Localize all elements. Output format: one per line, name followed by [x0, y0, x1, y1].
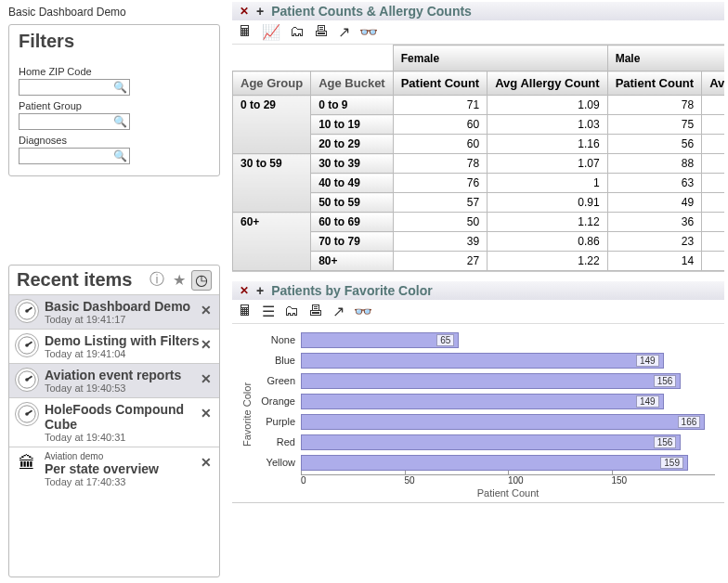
- print-icon[interactable]: 🖶: [314, 23, 329, 41]
- bar-value: 156: [654, 375, 677, 387]
- hierarchy-icon[interactable]: 🗂: [290, 23, 305, 41]
- close-icon[interactable]: ✕: [201, 337, 212, 352]
- cell: [702, 96, 724, 115]
- close-icon[interactable]: ✕: [201, 371, 212, 386]
- chart-xlabel: Patient Count: [301, 487, 715, 499]
- filters-header: Filters: [9, 25, 219, 56]
- add-icon[interactable]: +: [253, 4, 267, 19]
- cell: 1.22: [488, 252, 607, 271]
- table-row: 0 to 290 to 9711.0978: [233, 96, 725, 115]
- close-icon[interactable]: ✕: [236, 5, 253, 18]
- search-icon[interactable]: 🔍: [113, 149, 127, 162]
- bar-category: Orange: [256, 395, 301, 407]
- row-bucket: 20 to 29: [311, 135, 394, 154]
- recent-time: Today at 19:40:31: [45, 432, 214, 443]
- info-icon[interactable]: ⓘ: [147, 270, 167, 291]
- recent-item[interactable]: Basic Dashboard DemoToday at 19:41:17✕: [9, 294, 219, 329]
- close-icon[interactable]: ✕: [201, 455, 212, 470]
- recent-label: Demo Listing with Filters: [45, 333, 214, 348]
- cell: [702, 174, 724, 193]
- bar-category: Red: [256, 436, 301, 447]
- cell: 63: [607, 174, 702, 193]
- export-icon[interactable]: ↗: [332, 303, 344, 320]
- cell: 78: [393, 154, 488, 174]
- bar[interactable]: 159: [301, 455, 688, 471]
- bar-value: 149: [636, 395, 659, 408]
- star-icon[interactable]: ★: [169, 270, 189, 291]
- print-icon[interactable]: 🖶: [308, 303, 323, 320]
- bar-row: Orange149: [256, 391, 715, 411]
- row-bucket: 60 to 69: [311, 213, 394, 232]
- recent-item[interactable]: Demo Listing with FiltersToday at 19:41:…: [9, 329, 219, 363]
- x-tick: 50: [405, 475, 509, 486]
- bar[interactable]: 65: [301, 332, 459, 348]
- search-icon[interactable]: 🔍: [113, 115, 127, 128]
- recent-header: Recent items: [17, 269, 145, 291]
- search-icon[interactable]: 🔍: [113, 81, 127, 94]
- cell: [702, 115, 724, 135]
- cell: 0.86: [488, 232, 607, 252]
- cell: 56: [607, 135, 702, 154]
- chart-icon[interactable]: 📈: [262, 23, 280, 41]
- bank-icon: 🏛: [15, 451, 39, 475]
- bar-category: Yellow: [256, 457, 301, 468]
- bar-category: Green: [256, 375, 301, 386]
- row-bucket: 40 to 49: [311, 174, 394, 193]
- recent-label: Aviation event reports: [45, 368, 214, 382]
- cell: 88: [607, 154, 702, 174]
- close-icon[interactable]: ✕: [201, 406, 212, 421]
- row-bucket: 10 to 19: [311, 115, 394, 135]
- close-icon[interactable]: ✕: [201, 303, 212, 317]
- bar-value: 149: [636, 355, 659, 367]
- cell: 76: [393, 174, 488, 193]
- cell: 49: [607, 193, 702, 213]
- export-icon[interactable]: ↗: [338, 23, 350, 41]
- chart-xaxis: 050100150: [301, 474, 715, 486]
- cell: 50: [393, 213, 488, 232]
- list-icon[interactable]: ☰: [262, 303, 275, 320]
- pivot-table: FemaleMaleAge GroupAge BucketPatient Cou…: [232, 45, 724, 271]
- recent-subtitle: Aviation demo: [45, 451, 214, 461]
- recent-time: Today at 17:40:33: [45, 476, 214, 487]
- hierarchy-icon[interactable]: 🗂: [284, 303, 299, 320]
- bar[interactable]: 166: [301, 414, 705, 430]
- cell: [702, 213, 724, 232]
- bar-value: 159: [660, 457, 683, 469]
- cell: 1.16: [488, 135, 607, 154]
- cell: 36: [607, 213, 702, 232]
- row-bucket: 70 to 79: [311, 232, 394, 252]
- binoculars-icon[interactable]: 👓: [359, 23, 378, 41]
- calculator-icon[interactable]: 🖩: [238, 303, 253, 320]
- widget2-title: Patients by Favorite Color: [271, 283, 432, 298]
- row-bucket: 50 to 59: [311, 193, 394, 213]
- bar-row: None65: [256, 330, 715, 350]
- recent-item[interactable]: Aviation event reportsToday at 19:40:53✕: [9, 363, 219, 397]
- bar-category: Purple: [256, 416, 301, 427]
- cell: 14: [607, 252, 702, 271]
- recent-panel: Recent items ⓘ ★ ◷ Basic Dashboard DemoT…: [8, 265, 220, 577]
- recent-item[interactable]: 🏛Aviation demoPer state overviewToday at…: [9, 447, 219, 491]
- bar-row: Blue149: [256, 350, 715, 370]
- bar-chart: None65Blue149Green156Orange149Purple166R…: [256, 330, 715, 473]
- bar[interactable]: 149: [301, 394, 664, 409]
- recent-time: Today at 19:40:53: [45, 382, 214, 394]
- cell: 1.12: [488, 213, 607, 232]
- bar[interactable]: 149: [301, 353, 664, 369]
- close-icon[interactable]: ✕: [236, 284, 253, 297]
- calculator-icon[interactable]: 🖩: [238, 23, 253, 41]
- bar[interactable]: 156: [301, 434, 681, 450]
- cell: [702, 154, 724, 174]
- cell: 57: [393, 193, 488, 213]
- row-bucket: 30 to 39: [311, 154, 394, 174]
- recent-list: Basic Dashboard DemoToday at 19:41:17✕De…: [9, 294, 219, 577]
- binoculars-icon[interactable]: 👓: [354, 303, 372, 320]
- clock-icon[interactable]: ◷: [191, 270, 212, 291]
- x-tick: 150: [612, 475, 716, 486]
- bar-row: Green156: [256, 370, 715, 391]
- add-icon[interactable]: +: [253, 283, 267, 298]
- recent-item[interactable]: HoleFoods Compound CubeToday at 19:40:31…: [9, 397, 219, 447]
- gauge-icon: [15, 333, 39, 357]
- widget-patient-counts: ✕ + Patient Counts & Allergy Counts 🖩 📈 …: [232, 2, 724, 272]
- gauge-icon: [15, 299, 39, 323]
- bar[interactable]: 156: [301, 373, 681, 389]
